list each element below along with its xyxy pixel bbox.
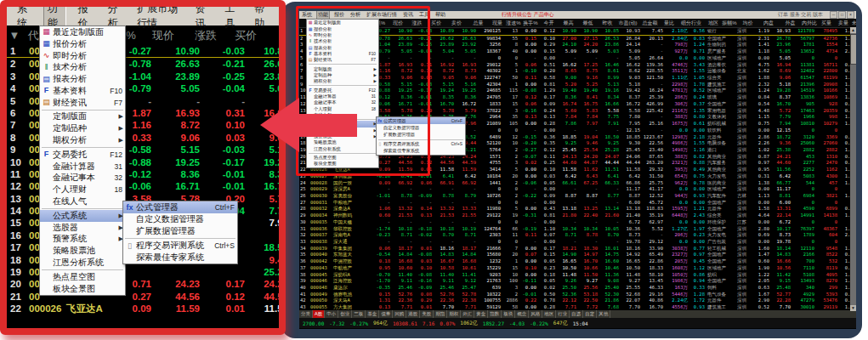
column-header-最高[interactable]: 最高 [559,19,578,27]
column-header-总金额[interactable]: 总金额 [638,19,661,27]
menu-item-报表分析[interactable]: ▤报表分析 [40,73,125,85]
column-header-细分行业[interactable]: 细分行业 [677,19,706,27]
tab-其他[interactable]: 其他 [597,310,610,318]
menu-item-最近定制版面[interactable]: ▦最近定制版面 [40,26,125,38]
tab-外汇[interactable]: 外汇 [461,310,474,318]
table-row[interactable]: 36000042中洲控股0.1816.680.0316.6716.6812321… [299,258,856,265]
menu-item-选股器[interactable]: 选股器▶ [40,222,125,234]
column-header-内盘[interactable]: 内盘 [757,19,780,27]
table-row[interactable]: 31000036华联控股-1.7410.18-0.1810.1810.19124… [299,226,856,233]
tab-期指[interactable]: 期指 [434,310,447,318]
menu-item-期权分析[interactable]: 期权分析▶ [40,134,125,146]
column-header-外盘[interactable]: 外盘 [780,19,801,27]
column-header-市盈(动)[interactable]: 市盈(动) [617,19,638,27]
menu-item-探索最佳专家系统[interactable]: 探索最佳专家系统 [123,252,237,264]
table-row[interactable]: 38000045深纺织A-0.7011.40-0.0811.4011.41920… [299,272,856,279]
tab-概念[interactable]: 概念 [515,310,529,318]
table-row[interactable]: 25000029深深房A-----00-0.00---11.1741.170.0… [299,186,856,193]
menubar-item-帮助[interactable]: 帮助 [434,11,446,19]
menu-item-自定义数据管理器[interactable]: 自定义数据管理器 [123,213,237,225]
titlebar-links[interactable]: 订单 服务 交易 版本 [778,11,823,19]
minimize-icon[interactable]: ─ [830,11,837,19]
table-row[interactable]: 24000028国药一致0.0966.920.0666.9166.9214412… [299,180,856,187]
tab-行业[interactable]: 行业 [556,310,570,318]
tab-中小[interactable]: 中小 [325,310,338,318]
maximize-icon[interactable]: □ [838,11,846,19]
table-row[interactable]: 39000046泛海控股-1.709.11-0.169.119.12217631… [299,278,856,285]
tab-债券[interactable]: 债券 [379,310,393,318]
tab-黄金[interactable]: 黄金 [474,310,488,318]
column-header-▼[interactable]: ▼ [7,26,22,45]
close-icon[interactable]: × [847,11,854,19]
table-row[interactable]: 22000026飞亚达A0.0911.590.0111.58 [7,303,279,314]
tab-三板[interactable]: 三板 [352,310,366,318]
menu-item-公式系统[interactable]: 公式系统▶ [40,210,125,222]
scroll-up-icon[interactable]: ▲ [850,27,856,33]
column-header-涨跌[interactable]: 涨跌 [185,26,226,45]
scroll-down-icon[interactable]: ▼ [850,305,856,311]
column-header-买价[interactable]: 买价 [226,26,265,45]
table-row[interactable]: 41000049德赛电池0.1552.760.0852.7652.7810322… [299,292,856,298]
table-row[interactable]: 43000055方大集团0.137.710.017.707.7159129580… [299,304,856,310]
promo-text[interactable]: 行情升级公告 产品中心 [502,11,554,19]
table-row[interactable]: 34000039中集集团0.0618.170.0118.1618.1721666… [299,246,856,252]
tab-自定[interactable]: 自定 [583,310,597,318]
column-header-内外比[interactable]: 内外比 [801,19,818,27]
column-header-总量[interactable]: 总量 [467,19,490,27]
menu-item-热点星空图[interactable]: 热点星空图 [40,271,125,283]
column-header-现量[interactable]: 现量 [490,19,505,27]
table-row[interactable]: 40000048康达尔-0.3525.46-0.0925.4625.476393… [299,285,856,292]
table-row[interactable]: 42000050深天马A1.3122.360.2922.3622.3810075… [299,298,856,304]
column-header-振幅%[interactable]: 振幅% [721,19,738,27]
table-row[interactable]: 27000031中粮地产-----00-0.00---6.0045.720.00… [299,200,856,207]
tab-板块[interactable]: 板块 [502,310,515,318]
tab-回购[interactable]: 回购 [393,310,406,318]
vertical-scrollbar[interactable]: ▲ ▼ [850,27,856,311]
menu-item-定制品种[interactable]: 定制品种▶ [40,122,125,134]
table-row[interactable]: 35000040东旭蓝天-0.5414.84-0.0814.8314.84156… [299,252,856,258]
menu-item-技术分析[interactable]: ‖技术分析 [40,61,125,73]
column-header-现价[interactable]: 现价 [141,26,185,45]
menu-item-定制版面[interactable]: 定制版面▶ [40,111,125,123]
table-row[interactable]: 33000038深大通-----00-0.00---19.7829.120.00… [299,239,856,246]
tab-风格[interactable]: 风格 [529,310,542,318]
menu-item-即时分析[interactable]: ∿即时分析 [40,50,125,62]
tab-地区[interactable]: 地区 [542,310,556,318]
menu-item-预警系统[interactable]: 预警系统▶ [40,234,125,246]
table-row[interactable]: 26000030富奥股份-1.018.78-0.098.788.79107262… [299,193,856,200]
menu-item-江恩分析系统[interactable]: 江恩分析系统 [40,257,125,269]
tab-分类[interactable]: 分类 [299,310,313,318]
menu-item-在线人气[interactable]: 在线人气 [40,196,125,207]
column-header-量比[interactable]: 量比 [661,19,677,27]
menu-item-基本资料[interactable]: F基本资料F10 [40,85,125,97]
menu-item-个人理财[interactable]: 个人理财18 [40,184,125,196]
table-row[interactable]: 32000037深南电A-0.238.71-0.028.708.71230311… [299,232,856,239]
table-row[interactable]: 37000043中航地产0.9510.600.1010.5810.6115229… [299,265,856,272]
column-header-涨速%[interactable]: 涨速% [505,19,522,27]
tab-基金[interactable]: 基金 [366,310,379,318]
menu-item-策略股票池[interactable]: 策略股票池 [40,245,125,257]
column-header-昨收[interactable]: 昨收 [598,19,617,27]
tab-美股[interactable]: 美股 [420,310,434,318]
menu-item-程序交易评测系统[interactable]: ▯程序交易评测系统Ctrl+S [123,240,237,252]
column-header-未匹配量[interactable]: 未匹配量 [852,19,856,27]
menu-item-交易委托[interactable]: F交易委托F12 [40,149,125,161]
column-header-地区[interactable]: 地区 [706,19,721,27]
menu-item-公式管理器[interactable]: fx公式管理器Ctrl+F [123,201,237,213]
menu-item-报价分析[interactable]: ▦报价分析 [40,38,125,50]
menu-item-财经资讯[interactable]: ▤财经资讯F7 [40,97,125,109]
column-header-卖价[interactable]: 卖价 [446,19,467,27]
tab-自选[interactable]: 自选 [570,310,583,318]
tab-指数[interactable]: 指数 [488,310,502,318]
tab-创业[interactable]: 创业 [338,310,352,318]
tab-期权[interactable]: 期权 [447,310,461,318]
table-row[interactable]: 28000032深桑达A1.0613.320.1413.3213.3311980… [299,206,856,212]
table-row[interactable]: 29000034神州数码0.6021.530.1321.5321.5529122… [299,212,856,219]
tab-A股[interactable]: A股 [313,310,325,318]
column-header-今开[interactable]: 今开 [539,19,559,27]
menu-item-扩展数据管理器[interactable]: 扩展数据管理器 [123,225,237,237]
table-row[interactable]: 30000035中国天楹-----00-0.00---6.7262.970.00… [299,219,856,226]
column-header-卖量[interactable]: 卖量 [835,19,852,27]
menu-item-金融记事本[interactable]: 金融记事本32 [40,173,125,184]
tab-港股[interactable]: 港股 [406,310,420,318]
